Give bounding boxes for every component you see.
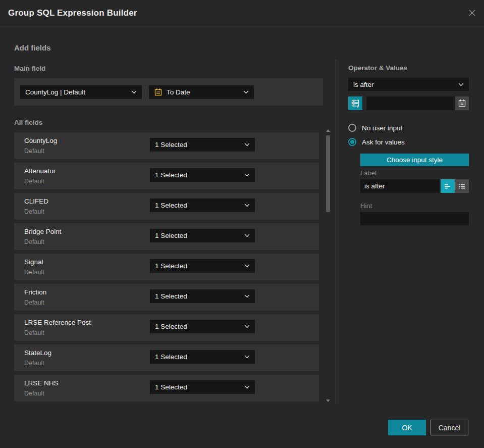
chevron-down-icon [244, 325, 250, 328]
field-selection-dropdown[interactable]: 1 Selected [150, 168, 255, 182]
group-sql-expression-builder-dialog: Group SQL Expression Builder Add fields … [0, 0, 484, 448]
date-picker-button[interactable] [455, 96, 469, 110]
dialog-title: Group SQL Expression Builder [8, 8, 137, 18]
field-selection-value: 1 Selected [155, 141, 187, 148]
label-input-row [360, 179, 469, 193]
chevron-down-icon [244, 355, 250, 359]
calendar-icon [458, 99, 466, 108]
hint-input[interactable] [360, 212, 469, 225]
radio-unselected-icon [348, 124, 356, 132]
field-selection-dropdown[interactable]: 1 Selected [150, 198, 255, 212]
chevron-down-icon [244, 294, 250, 298]
main-field-type-select[interactable]: To Date [149, 85, 254, 99]
field-selection-dropdown[interactable]: 1 Selected [150, 289, 255, 303]
all-fields-list: CountyLog Default 1 Selected Attenuator … [14, 132, 319, 405]
panel-divider [336, 60, 336, 404]
value-input-row [348, 96, 469, 110]
chevron-down-icon [244, 264, 250, 268]
field-subtitle: Default [24, 178, 44, 185]
field-subtitle: Default [24, 390, 44, 397]
field-subtitle: Default [24, 329, 44, 336]
field-selection-value: 1 Selected [155, 383, 187, 391]
calendar-icon [154, 88, 163, 96]
field-name: LRSE Reference Post [24, 319, 91, 326]
chevron-down-icon [244, 234, 250, 237]
scroll-up-icon[interactable] [326, 129, 330, 132]
ok-button[interactable]: OK [388, 420, 426, 435]
input-type-button[interactable] [348, 96, 362, 110]
radio-ask-for-values[interactable]: Ask for values [348, 138, 405, 146]
align-left-icon [444, 182, 452, 190]
add-fields-heading: Add fields [14, 43, 51, 52]
field-row: CLIFED Default 1 Selected [14, 193, 319, 220]
field-row: Signal Default 1 Selected [14, 254, 319, 280]
operator-select-value: is after [353, 81, 374, 88]
field-name: Bridge Point [24, 228, 62, 235]
field-selection-dropdown[interactable]: 1 Selected [150, 138, 255, 152]
main-field-type-value: To Date [167, 88, 190, 96]
field-subtitle: Default [24, 238, 44, 245]
radio-ask-for-values-label: Ask for values [362, 138, 405, 146]
field-selection-value: 1 Selected [155, 292, 187, 300]
field-row: LRSE NHS Default 1 Selected [14, 375, 319, 402]
operator-select[interactable]: is after [348, 78, 469, 91]
chevron-down-icon [244, 173, 250, 177]
field-row: Bridge Point Default 1 Selected [14, 223, 319, 250]
field-selection-dropdown[interactable]: 1 Selected [150, 380, 255, 394]
radio-no-user-input[interactable]: No user input [348, 124, 402, 132]
scrollbar-thumb[interactable] [326, 135, 330, 212]
field-row: Attenuator Default 1 Selected [14, 163, 319, 189]
value-input[interactable] [366, 96, 469, 110]
field-name: Attenuator [24, 167, 56, 175]
field-selection-value: 1 Selected [155, 202, 187, 209]
label-caption: Label [360, 169, 377, 177]
field-row: Friction Default 1 Selected [14, 284, 319, 311]
field-selection-value: 1 Selected [155, 262, 187, 270]
list-scrollbar[interactable] [325, 127, 332, 404]
main-field-select-value: CountyLog | Default [25, 88, 85, 96]
chevron-down-icon [243, 90, 249, 94]
field-subtitle: Default [24, 299, 44, 306]
operator-values-heading: Operator & Values [348, 64, 407, 72]
chevron-down-icon [244, 385, 250, 389]
all-fields-heading: All fields [14, 119, 42, 126]
main-field-heading: Main field [14, 65, 45, 72]
list-icon [458, 182, 466, 190]
field-name: LRSE NHS [24, 379, 59, 387]
field-name: StateLog [24, 349, 51, 357]
field-selection-value: 1 Selected [155, 353, 187, 361]
cancel-button[interactable]: Cancel [431, 420, 468, 435]
field-name: Friction [24, 288, 46, 296]
field-selection-dropdown[interactable]: 1 Selected [150, 350, 255, 364]
field-selection-value: 1 Selected [155, 323, 187, 330]
field-name: CountyLog [24, 137, 57, 144]
field-subtitle: Default [24, 147, 44, 155]
close-icon[interactable] [468, 9, 476, 17]
field-row: StateLog Default 1 Selected [14, 344, 319, 371]
main-field-panel: CountyLog | Default To Date [14, 78, 323, 106]
label-input[interactable] [360, 179, 440, 193]
field-selection-dropdown[interactable]: 1 Selected [150, 259, 255, 273]
field-subtitle: Default [24, 269, 44, 276]
scroll-down-icon[interactable] [326, 400, 330, 402]
field-row: CountyLog Default 1 Selected [14, 132, 319, 159]
field-selection-dropdown[interactable]: 1 Selected [150, 320, 255, 333]
radio-no-user-input-label: No user input [362, 124, 402, 132]
field-selection-value: 1 Selected [155, 232, 187, 239]
dialog-header: Group SQL Expression Builder [0, 0, 484, 26]
value-input-wrap [366, 96, 469, 110]
list-icon-button[interactable] [455, 179, 469, 193]
radio-selected-icon [348, 138, 356, 146]
chevron-down-icon [458, 83, 464, 86]
align-left-icon-button[interactable] [441, 179, 455, 193]
field-subtitle: Default [24, 208, 44, 215]
chevron-down-icon [244, 204, 250, 207]
field-row: LRSE Reference Post Default 1 Selected [14, 314, 319, 341]
main-field-select[interactable]: CountyLog | Default [20, 85, 142, 99]
chevron-down-icon [131, 90, 137, 94]
field-name: Signal [24, 258, 43, 266]
field-selection-value: 1 Selected [155, 171, 187, 179]
choose-input-style-button[interactable]: Choose input style [360, 154, 469, 166]
field-selection-dropdown[interactable]: 1 Selected [150, 229, 255, 242]
field-subtitle: Default [24, 360, 44, 367]
